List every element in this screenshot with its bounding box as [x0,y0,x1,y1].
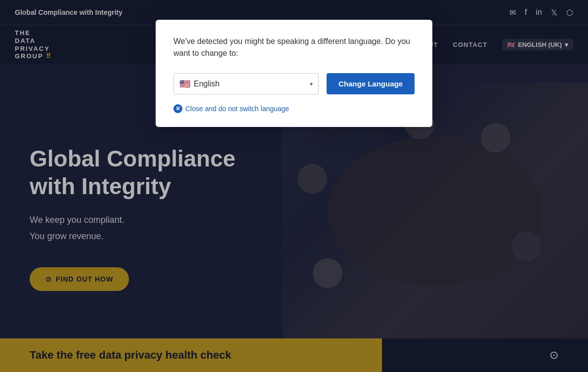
language-modal: We've detected you might be speaking a d… [156,20,432,127]
close-icon: ✕ [173,104,182,113]
language-select-wrapper: 🇺🇸 English English (UK) Français Deutsch… [173,73,319,94]
chevron-down-icon: ▾ [310,81,313,87]
modal-message: We've detected you might be speaking a d… [173,36,415,59]
close-language-link[interactable]: ✕ Close and do not switch language [173,104,415,113]
close-link-label: Close and do not switch language [185,105,289,113]
flag-icon: 🇺🇸 [179,79,190,89]
change-language-button[interactable]: Change Language [327,73,415,94]
modal-overlay: We've detected you might be speaking a d… [0,0,588,372]
language-dropdown[interactable]: English English (UK) Français Deutsch Es… [173,73,319,94]
modal-controls: 🇺🇸 English English (UK) Français Deutsch… [173,73,415,94]
